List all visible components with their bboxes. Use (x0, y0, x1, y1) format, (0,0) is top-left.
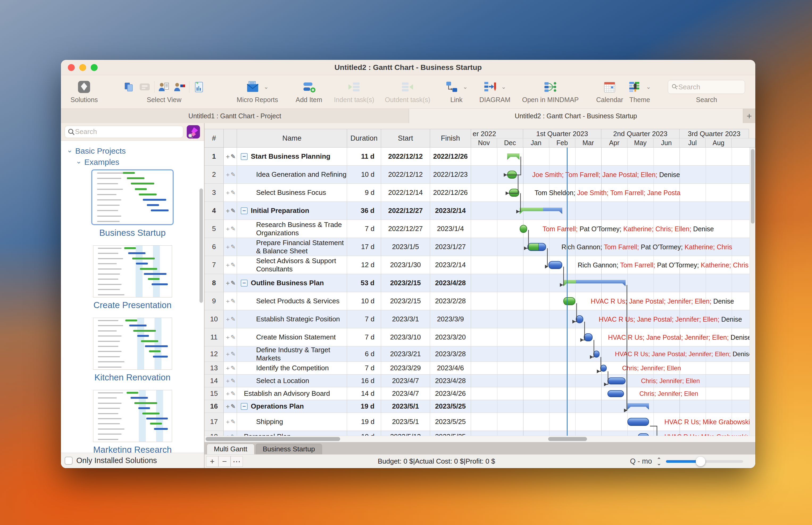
zoom-window-button[interactable] (91, 64, 98, 71)
toolbar-item-link[interactable]: ⌄Link (445, 78, 468, 104)
solutions-store-icon[interactable] (187, 125, 200, 139)
task-name-cell[interactable]: Create Mission Statement (237, 328, 347, 346)
add-edit-task-icon[interactable]: ＋✎ (225, 225, 235, 233)
task-name-cell[interactable]: Define Industry & Target Markets (237, 346, 347, 361)
toolbar-item-theme[interactable]: ⌄Theme (629, 78, 651, 104)
task-bar[interactable] (638, 433, 649, 436)
add-edit-task-icon[interactable]: ＋✎ (225, 390, 235, 398)
task-name-cell[interactable]: Select Advisors & Support Consultants (237, 256, 347, 274)
task-row-9[interactable]: 9＋✎Select Products & Services10 d2023/2/… (205, 292, 755, 310)
task-bar[interactable] (600, 365, 607, 372)
zoom-slider[interactable] (666, 460, 743, 463)
tree-item-examples[interactable]: ⌄Examples (76, 158, 204, 167)
task-row-13[interactable]: 13＋✎Identify the Competition7 d2023/3/29… (205, 362, 755, 375)
task-name-cell[interactable]: Select Products & Services (237, 292, 347, 310)
task-row-2[interactable]: 2＋✎Idea Generation and Refining10 d2022/… (205, 166, 755, 184)
toolbar-search-field[interactable] (668, 80, 745, 94)
more-options-button[interactable]: ⋯ (231, 456, 243, 467)
sidebar-search-field[interactable] (65, 126, 183, 138)
minimize-window-button[interactable] (79, 64, 86, 71)
solution-name-marketing-research[interactable]: Marketing Research (93, 445, 172, 453)
gantt-vertical-scrollbar[interactable] (750, 148, 755, 436)
add-edit-task-icon[interactable]: ＋✎ (225, 297, 235, 305)
summary-bar[interactable] (507, 153, 519, 160)
solution-thumbnail[interactable] (93, 245, 172, 298)
task-row-18[interactable]: 18＋✎Personnel Plan10 d2023/5/122023/5/25… (205, 431, 755, 436)
column-header-Duration[interactable]: Duration (347, 129, 381, 148)
toolbar-item-micro-reports[interactable]: ⌄Micro Reports (237, 78, 278, 104)
task-row-8[interactable]: 8＋✎−Outline Business Plan53 d2023/2/1520… (205, 274, 755, 292)
collapse-task-icon[interactable]: − (241, 207, 248, 214)
task-name-cell[interactable]: Identify the Competition (237, 362, 347, 374)
toolbar-item-add-item[interactable]: Add Item (295, 78, 322, 104)
task-name-cell[interactable]: −Initial Preparation (237, 202, 347, 220)
solution-thumbnail[interactable] (93, 390, 172, 442)
toolbar-item-solutions[interactable]: Solutions (71, 78, 98, 104)
column-header-icon[interactable] (224, 129, 237, 148)
task-bar[interactable] (528, 243, 546, 251)
task-row-6[interactable]: 6＋✎Prepare Financial Statement & Balance… (205, 238, 755, 256)
task-row-14[interactable]: 14＋✎Select a Location16 d2023/4/72023/4/… (205, 375, 755, 387)
zoom-slider-knob[interactable] (696, 457, 705, 466)
task-name-cell[interactable]: Personnel Plan (237, 431, 347, 436)
add-edit-task-icon[interactable]: ＋✎ (225, 418, 235, 426)
summary-bar[interactable] (563, 280, 625, 286)
task-row-1[interactable]: 1＋✎−Start Business Planning11 d2022/12/1… (205, 148, 755, 166)
task-row-7[interactable]: 7＋✎Select Advisors & Support Consultants… (205, 256, 755, 274)
task-row-3[interactable]: 3＋✎Select Business Focus9 d2022/12/14202… (205, 184, 755, 202)
zoom-stepper[interactable]: ⌃⌄ (657, 458, 661, 465)
gantt-vscroll-thumb[interactable] (751, 149, 755, 224)
add-edit-task-icon[interactable]: ＋✎ (225, 189, 235, 197)
column-header-Start[interactable]: Start (381, 129, 430, 148)
summary-bar[interactable] (520, 208, 562, 214)
close-window-button[interactable] (68, 64, 75, 71)
column-header-#[interactable]: # (205, 129, 224, 148)
solution-name-business-startup[interactable]: Business Startup (99, 228, 165, 238)
tree-item-basic-projects[interactable]: ⌄Basic Projects (67, 147, 204, 155)
sheet-tab-multi-gantt[interactable]: Multi Gantt (207, 444, 254, 454)
add-edit-task-icon[interactable]: ＋✎ (225, 333, 235, 341)
document-tab-active[interactable]: Untitled2 : Gantt Chart - Business Start… (409, 109, 743, 123)
task-name-cell[interactable]: Establish Strategic Position (237, 310, 347, 328)
column-header-Finish[interactable]: Finish (430, 129, 471, 148)
task-name-cell[interactable]: Select Business Focus (237, 184, 347, 201)
add-edit-task-icon[interactable]: ＋✎ (225, 403, 235, 410)
solution-thumbnail[interactable] (93, 318, 172, 370)
toolbar-item-select-view[interactable]: Select View (123, 78, 205, 104)
task-bar[interactable] (509, 189, 519, 197)
task-name-cell[interactable]: −Outline Business Plan (237, 274, 347, 292)
toolbar-item-diagram[interactable]: ⌄DIAGRAM (479, 78, 511, 104)
task-bar[interactable] (520, 225, 527, 233)
add-edit-task-icon[interactable]: ＋✎ (225, 243, 235, 251)
task-bar[interactable] (593, 350, 600, 358)
only-installed-checkbox[interactable] (65, 457, 73, 465)
task-name-cell[interactable]: Research Business & Trade Organizations (237, 220, 347, 238)
add-edit-task-icon[interactable]: ＋✎ (225, 207, 235, 215)
new-document-tab-button[interactable]: + (743, 109, 755, 123)
task-name-cell[interactable]: Idea Generation and Refining (237, 166, 347, 183)
task-name-cell[interactable]: Establish an Advisory Board (237, 387, 347, 400)
task-row-4[interactable]: 4＋✎−Initial Preparation36 d2022/12/27202… (205, 202, 755, 220)
document-tab-inactive[interactable]: Untitled1 : Gantt Chart - Project (61, 109, 409, 123)
solution-name-create-presentation[interactable]: Create Presentation (93, 300, 172, 310)
task-name-cell[interactable]: Shipping (237, 413, 347, 431)
toolbar-item-open-in-mindmap[interactable]: Open in MINDMAP (522, 78, 579, 104)
task-row-12[interactable]: 12＋✎Define Industry & Target Markets6 d2… (205, 346, 755, 362)
task-bar[interactable] (576, 315, 583, 323)
add-edit-task-icon[interactable]: ＋✎ (225, 153, 235, 161)
task-row-5[interactable]: 5＋✎Research Business & Trade Organizatio… (205, 220, 755, 238)
column-header-Name[interactable]: Name (237, 129, 347, 148)
add-edit-task-icon[interactable]: ＋✎ (225, 377, 235, 385)
task-bar[interactable] (548, 261, 562, 269)
task-row-17[interactable]: 17＋✎Shipping19 d2023/5/12023/5/25HVAC R … (205, 413, 755, 431)
collapse-task-icon[interactable]: − (241, 153, 248, 160)
add-edit-task-icon[interactable]: ＋✎ (225, 364, 235, 372)
sheet-tab-business-startup[interactable]: Business Startup (255, 444, 322, 454)
solution-name-kitchen-renovation[interactable]: Kitchen Renovation (94, 372, 171, 382)
sidebar-search-input[interactable] (75, 127, 163, 136)
task-bar[interactable] (584, 333, 593, 341)
collapse-task-icon[interactable]: − (241, 403, 248, 410)
task-bar[interactable] (507, 171, 517, 179)
task-bar[interactable] (607, 377, 625, 385)
summary-bar[interactable] (628, 403, 649, 410)
